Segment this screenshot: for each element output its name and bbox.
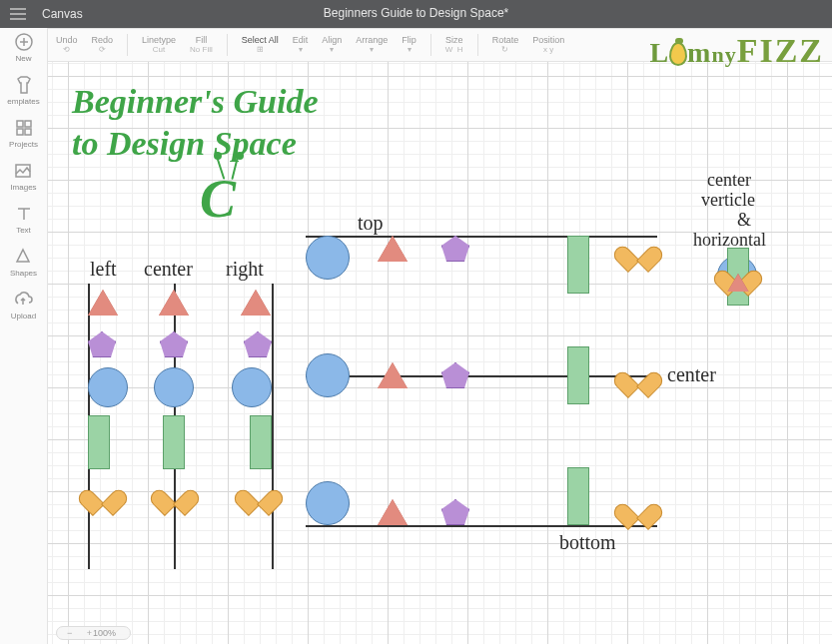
- label-cv3: &: [737, 210, 751, 231]
- linetype-select[interactable]: LinetypeCut: [142, 36, 176, 54]
- plus-icon: [14, 32, 34, 52]
- guide-center-h: [306, 375, 657, 377]
- guide-top: [306, 236, 657, 238]
- sidebar-item-templates[interactable]: emplates: [7, 75, 39, 106]
- grid-icon: [14, 118, 34, 138]
- shapes-icon: [13, 247, 33, 267]
- rect-shape[interactable]: [163, 415, 185, 469]
- label-cv2: verticle: [701, 190, 755, 211]
- svg-rect-2: [25, 121, 31, 127]
- label-center-col: center: [144, 258, 193, 281]
- lemon-icon: [669, 42, 687, 66]
- image-icon: [13, 161, 33, 181]
- triangle-shape[interactable]: [378, 499, 408, 525]
- shirt-icon: [14, 75, 34, 95]
- heart-shape[interactable]: [88, 479, 116, 505]
- circle-shape[interactable]: [88, 367, 128, 407]
- rect-shape[interactable]: [567, 467, 589, 525]
- circle-shape[interactable]: [154, 367, 194, 407]
- svg-rect-1: [17, 121, 23, 127]
- lemonyfizz-watermark: LmnyFIZZ: [649, 32, 824, 70]
- edit-button[interactable]: Edit▾: [293, 36, 309, 54]
- menu-icon[interactable]: [0, 0, 36, 28]
- sidebar-item-projects[interactable]: Projects: [9, 118, 38, 149]
- cricut-c-icon: C: [200, 168, 236, 230]
- sidebar-item-text[interactable]: Text: [14, 204, 34, 235]
- svg-rect-3: [17, 129, 23, 135]
- pentagon-shape[interactable]: [441, 499, 469, 525]
- align-button[interactable]: Align▾: [322, 36, 342, 54]
- circle-shape[interactable]: [306, 481, 350, 525]
- canvas-label: Canvas: [36, 7, 83, 21]
- triangle-shape[interactable]: [378, 236, 408, 262]
- label-center-row: center: [667, 363, 716, 386]
- sidebar-item-shapes[interactable]: Shapes: [10, 247, 37, 278]
- label-right: right: [226, 258, 264, 281]
- size-control[interactable]: SizeW H: [445, 36, 463, 54]
- triangle-shape[interactable]: [241, 290, 271, 316]
- undo-button[interactable]: Undo⟲: [56, 36, 78, 54]
- sidebar-item-upload[interactable]: Upload: [11, 290, 36, 321]
- arrange-button[interactable]: Arrange▾: [356, 36, 388, 54]
- triangle-shape[interactable]: [159, 290, 189, 316]
- pentagon-shape[interactable]: [441, 236, 469, 262]
- headline-line2: to Design Space: [72, 124, 297, 165]
- heart-shape[interactable]: [160, 479, 188, 505]
- fill-select[interactable]: FillNo Fill: [190, 36, 213, 54]
- top-bar: Canvas Beginners Guide to Design Space*: [0, 0, 832, 28]
- zoom-control[interactable]: 100%: [56, 626, 131, 640]
- label-left: left: [90, 258, 117, 281]
- heart-shape[interactable]: [244, 479, 272, 505]
- circle-shape[interactable]: [306, 353, 350, 397]
- circle-shape[interactable]: [306, 236, 350, 280]
- sidebar-item-images[interactable]: Images: [10, 161, 36, 192]
- rect-shape[interactable]: [567, 346, 589, 404]
- label-top: top: [358, 212, 384, 235]
- left-sidebar: New emplates Projects Images Text Shapes…: [0, 28, 48, 644]
- pentagon-shape[interactable]: [441, 362, 469, 388]
- rect-shape[interactable]: [250, 415, 272, 469]
- heart-shape[interactable]: [623, 493, 651, 519]
- flip-button[interactable]: Flip▾: [402, 36, 416, 54]
- label-bottom: bottom: [559, 531, 616, 554]
- label-cv1: center: [707, 170, 751, 191]
- project-title: Beginners Guide to Design Space*: [324, 6, 508, 20]
- pentagon-shape[interactable]: [88, 331, 116, 357]
- select-all-button[interactable]: Select All⊞: [242, 36, 279, 54]
- pentagon-shape[interactable]: [244, 331, 272, 357]
- redo-button[interactable]: Redo⟳: [92, 36, 114, 54]
- guide-right: [272, 284, 274, 569]
- svg-rect-4: [25, 129, 31, 135]
- rotate-control[interactable]: Rotate↻: [492, 36, 519, 54]
- triangle-shape[interactable]: [728, 274, 749, 292]
- circle-shape[interactable]: [232, 367, 272, 407]
- pentagon-shape[interactable]: [160, 331, 188, 357]
- heart-shape[interactable]: [623, 236, 651, 262]
- triangle-shape[interactable]: [88, 290, 118, 316]
- triangle-shape[interactable]: [378, 362, 408, 388]
- heart-shape[interactable]: [623, 361, 651, 387]
- headline-line1: Beginner's Guide: [72, 82, 319, 123]
- position-control[interactable]: Positionx y: [532, 36, 564, 54]
- rect-shape[interactable]: [567, 236, 589, 294]
- guide-bottom: [306, 525, 657, 527]
- canvas[interactable]: Beginner's Guide to Design Space C left …: [48, 62, 832, 644]
- text-icon: [14, 204, 34, 224]
- upload-icon: [13, 290, 33, 310]
- rect-shape[interactable]: [88, 415, 110, 469]
- sidebar-item-new[interactable]: New: [14, 32, 34, 63]
